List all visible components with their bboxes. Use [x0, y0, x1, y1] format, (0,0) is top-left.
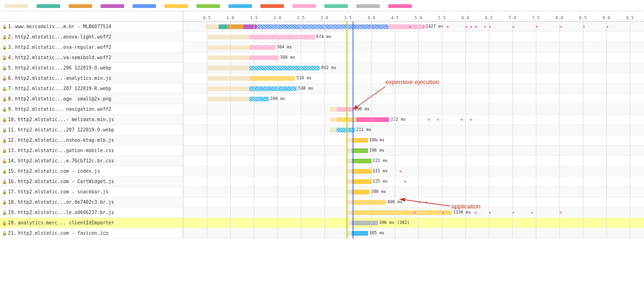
left-row-20[interactable]: 🔒20.analytics.merc... clientIdImporter	[0, 218, 183, 228]
left-row-13[interactable]: 🔒13.http2.mlstatic...gation-mobile.css	[0, 146, 183, 156]
bar-1	[219, 24, 227, 29]
legend-js-execution	[388, 3, 412, 8]
bar-0	[330, 128, 337, 132]
duration-label: 874 ms	[316, 34, 332, 39]
legend-html-swatch	[133, 4, 156, 8]
tick-7.5: 7.5	[532, 15, 540, 20]
timeline-row-17: 200 ms	[183, 187, 644, 197]
bar-1	[249, 97, 269, 101]
bar-0	[346, 138, 352, 143]
bar-1	[352, 221, 378, 225]
row-num: 4.	[8, 55, 14, 60]
left-row-6[interactable]: 🔒6.http2.mlstatic...-analytics.min.js	[0, 73, 183, 84]
duration-label: 211 ms	[356, 127, 372, 132]
js-dot-6	[470, 26, 472, 28]
legend-js-execution-swatch	[388, 4, 412, 8]
right-panel: 0.51.01.52.02.53.03.54.04.55.05.56.06.57…	[183, 11, 644, 238]
bar-4	[257, 24, 388, 29]
legend-video	[324, 3, 348, 8]
row-num: 20.	[8, 220, 16, 225]
timeline-row-12: 186 ms	[183, 135, 644, 146]
row-num: 18.	[8, 200, 16, 205]
tick-2.0: 2.0	[274, 15, 281, 20]
duration-label: 364 ms	[277, 45, 292, 49]
js-dot-7	[475, 26, 477, 28]
bar-1	[337, 128, 355, 132]
row-label: http2.mlstatic...- melidata.min.js	[18, 117, 114, 122]
row-label: http2.mlstatic.com - favicon.ico	[18, 231, 109, 236]
left-row-9[interactable]: 🔒9.http2.mlstatic... navigation.woff2	[0, 104, 183, 115]
row-num: 2.	[8, 34, 14, 39]
left-row-5[interactable]: 🔒5.http2.mlstatic...206_122019-O.webp	[0, 63, 183, 73]
tick-6.0: 6.0	[462, 15, 469, 20]
grid-line-3.0	[324, 22, 325, 238]
tick-9.5: 9.5	[626, 15, 634, 20]
timeline-row-15: 221 ms	[183, 166, 644, 177]
lock-icon: 🔒	[2, 107, 7, 112]
row-label: http2.mlstatic... navigation.woff2	[15, 107, 111, 112]
left-row-3[interactable]: 🔒3.http2.mlstatic...ova-regular.woff2	[0, 42, 183, 53]
row-num: 9.	[8, 107, 14, 112]
row-num: 1.	[8, 24, 14, 29]
left-row-15[interactable]: 🔒15.http2.mlstatic.com - index.js	[0, 166, 183, 177]
legend-connect-swatch	[69, 4, 92, 8]
timeline-row-21: 185 ms	[183, 228, 644, 238]
left-row-10[interactable]: 🔒10.http2.mlstatic...- melidata.min.js	[0, 115, 183, 125]
left-row-4[interactable]: 🔒4.http2.mlstatic...va-semibold.woff2	[0, 53, 183, 63]
left-row-1[interactable]: 🔒1.www.mercadoliv...m.br - MLB6077514	[0, 22, 183, 32]
js-dot-3	[461, 119, 463, 121]
row-label: http2.mlstatic...-analytics.min.js	[15, 76, 111, 81]
left-row-16[interactable]: 🔒16.http2.mlstatic.com - CartWidget.js	[0, 177, 183, 187]
duration-label: 221 ms	[373, 169, 388, 173]
grid-line-6.0	[465, 22, 466, 238]
js-dot-4	[447, 26, 448, 28]
legend-image-swatch	[228, 4, 252, 8]
grid-line-1.0	[230, 22, 231, 238]
tick-8.5: 8.5	[579, 15, 587, 20]
left-row-14[interactable]: 🔒14.http2.mlstatic...e.76cb712c.br.css	[0, 156, 183, 166]
left-row-7[interactable]: 🔒7.http2.mlstatic...207_122019-R.webp	[0, 84, 183, 94]
legend-dns	[37, 3, 60, 8]
timeline-row-8: 289 ms	[183, 94, 644, 104]
left-row-21[interactable]: 🔒21.http2.mlstatic.com - favicon.ico	[0, 228, 183, 238]
timeline-row-20: 306 ms (302)	[183, 218, 644, 228]
grid-line-4.5	[395, 22, 395, 238]
left-row-12[interactable]: 🔒12.http2.mlstatic...nshoo-ktag-mlb.js	[0, 135, 183, 146]
left-row-2[interactable]: 🔒2.http2.mlstatic...anova-light.woff2	[0, 32, 183, 42]
js-dot-2	[475, 212, 477, 214]
grid-line-9.0	[606, 22, 607, 238]
bar-0	[346, 190, 352, 194]
bar-0	[330, 107, 337, 112]
bar-1	[249, 66, 320, 70]
bar-1	[249, 76, 295, 81]
timeline-row-3: 364 ms	[183, 42, 644, 53]
left-row-19[interactable]: 🔒19.http2.mlstatic...le.a9606237.br.js	[0, 207, 183, 218]
legend-flash	[260, 3, 284, 8]
lock-icon: 🔒	[2, 76, 7, 81]
tick-6.5: 6.5	[485, 15, 493, 20]
js-dot-0	[414, 212, 416, 214]
lock-icon: 🔒	[2, 86, 7, 91]
duration-label: 221 ms	[373, 158, 388, 163]
bar-0	[346, 179, 352, 184]
row-label: http2.mlstatic...207_122019-R.webp	[15, 86, 111, 91]
row-label: analytics.merc... clientIdImporter	[18, 220, 114, 225]
bar-0	[346, 148, 352, 153]
grid-line-7.5	[536, 22, 536, 238]
row-label: http2.mlstatic.com - CartWidget.js	[18, 179, 114, 184]
bar-3	[243, 24, 257, 29]
lock-icon: 🔒	[2, 97, 7, 101]
duration-label: 1427 ms	[426, 24, 444, 29]
tick-3.0: 3.0	[321, 15, 328, 20]
bar-0	[346, 231, 352, 236]
row-label: http2.mlstatic.com - snackbar.js	[18, 189, 109, 194]
row-num: 21.	[8, 231, 16, 236]
left-row-11[interactable]: 🔒11.http2.mlstatic...207_122019-O.webp	[0, 125, 183, 135]
grid-line-4.0	[371, 22, 372, 238]
left-row-8[interactable]: 🔒8.http2.mlstatic...ogo__small@2x.png	[0, 94, 183, 104]
row-num: 17.	[8, 189, 16, 194]
left-row-17[interactable]: 🔒17.http2.mlstatic.com - snackbar.js	[0, 187, 183, 197]
left-row-18[interactable]: 🔒18.http2.mlstatic...or.0e7402c3.br.js	[0, 197, 183, 207]
js-dot-2	[409, 26, 411, 28]
timeline-row-9: 196 ms	[183, 104, 644, 115]
